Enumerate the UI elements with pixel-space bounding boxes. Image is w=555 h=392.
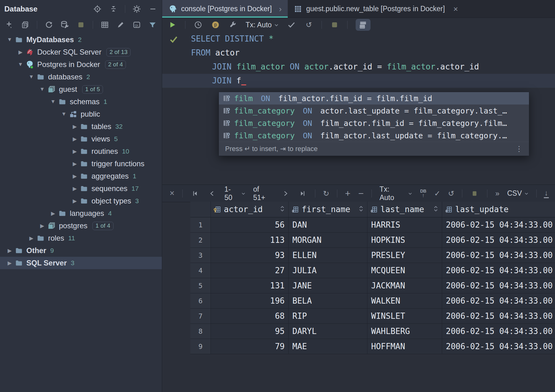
row-number[interactable]: 1 xyxy=(190,217,211,232)
grid-cell-actor_id[interactable]: 27 xyxy=(211,263,289,278)
grid-cell-first_name[interactable]: RIP xyxy=(289,309,367,323)
results-commit-icon[interactable]: ✓ xyxy=(434,190,440,197)
grid-cell-first_name[interactable]: BELA xyxy=(289,293,367,308)
grid-cell-actor_id[interactable]: 68 xyxy=(211,309,289,323)
tree-item-views[interactable]: ▶views5 xyxy=(0,133,162,145)
expand-arrow-icon[interactable]: ▶ xyxy=(70,173,79,180)
row-number[interactable]: 6 xyxy=(190,293,211,308)
reload-page-icon[interactable]: ↻ xyxy=(323,190,329,197)
grid-cell-last_update[interactable]: 2006-02-15 04:34:33.00 xyxy=(442,324,555,339)
grid-corner-cell[interactable] xyxy=(190,202,211,217)
grid-cell-first_name[interactable]: DAN xyxy=(289,217,367,232)
grid-cell-last_name[interactable]: PRESLEY xyxy=(367,248,442,263)
history-icon[interactable] xyxy=(193,20,203,29)
grid-cell-actor_id[interactable]: 113 xyxy=(211,233,289,247)
column-header-first_name[interactable]: first_name xyxy=(289,202,367,217)
completion-item-2[interactable]: film_category ON actor.last_update = fil… xyxy=(219,105,529,117)
sort-icon[interactable] xyxy=(359,205,363,214)
grid-cell-last_name[interactable]: JACKMAN xyxy=(367,278,442,293)
stop-button[interactable] xyxy=(330,20,339,29)
add-icon[interactable] xyxy=(5,20,14,29)
grid-cell-last_update[interactable]: 2006-02-15 04:34:33.00 xyxy=(442,293,555,308)
collapse-arrow-icon[interactable]: ▼ xyxy=(27,74,36,80)
tree-item-sql-server[interactable]: ▶SQL Server3 xyxy=(0,257,162,269)
collapse-arrow-icon[interactable]: ▼ xyxy=(38,86,47,92)
tree-item-databases[interactable]: ▼databases2 xyxy=(0,71,162,83)
completion-item-4[interactable]: film_category ON film_actor.last_update … xyxy=(219,129,529,142)
grid-cell-first_name[interactable]: DARYL xyxy=(289,324,367,339)
grid-cell-actor_id[interactable]: 93 xyxy=(211,248,289,263)
expand-arrow-icon[interactable]: ▶ xyxy=(5,260,14,266)
row-number[interactable]: 4 xyxy=(190,263,211,278)
editor-tab-1[interactable]: console [Postgres in Docker]› xyxy=(162,0,288,18)
expand-arrow-icon[interactable]: ▶ xyxy=(38,223,47,229)
expand-arrow-icon[interactable]: ▶ xyxy=(70,198,79,204)
grid-cell-last_update[interactable]: 2006-02-15 04:34:33.00 xyxy=(442,263,555,278)
grid-cell-last_name[interactable]: WINSLET xyxy=(367,309,442,323)
grid-cell-last_name[interactable]: MCQUEEN xyxy=(367,263,442,278)
grid-cell-first_name[interactable]: JULIA xyxy=(289,263,367,278)
tree-item-roles[interactable]: ▶roles11 xyxy=(0,232,162,244)
kebab-menu-icon[interactable]: ⋮ xyxy=(515,145,523,153)
row-number[interactable]: 5 xyxy=(190,278,211,293)
grid-cell-last_name[interactable]: HOPKINS xyxy=(367,233,442,247)
download-icon[interactable]: ↓ xyxy=(544,189,548,198)
completion-item-3[interactable]: film_category ON film_actor.film_id = fi… xyxy=(219,117,529,129)
tree-item-postgres[interactable]: ▶postgres1 of 4 xyxy=(0,220,162,232)
results-tx-mode-select[interactable]: Tx: Auto xyxy=(380,185,412,202)
grid-cell-last_update[interactable]: 2006-02-15 04:34:33.00 xyxy=(442,339,555,354)
row-number[interactable]: 3 xyxy=(190,248,211,263)
grid-cell-first_name[interactable]: JANE xyxy=(289,278,367,293)
results-rollback-icon[interactable]: ↺ xyxy=(448,190,454,197)
tree-item-sequences[interactable]: ▶sequences17 xyxy=(0,182,162,195)
run-button[interactable] xyxy=(168,20,177,29)
grid-cell-last_update[interactable]: 2006-02-15 04:34:33.00 xyxy=(442,233,555,247)
grid-cell-last_name[interactable]: WALKEN xyxy=(367,293,442,308)
tree-item-trigger-functions[interactable]: ▶trigger functions xyxy=(0,158,162,170)
settings-wrench-icon[interactable] xyxy=(228,20,238,29)
page-range-select[interactable]: 1-50 xyxy=(224,185,246,202)
tree-item-postgres-in-docker[interactable]: ▼Postgres in Docker2 of 4 xyxy=(0,58,162,71)
tree-item-public[interactable]: ▼public xyxy=(0,108,162,120)
grid-cell-last_name[interactable]: HOFFMAN xyxy=(367,339,442,354)
commit-button[interactable] xyxy=(287,20,296,29)
grid-cell-last_update[interactable]: 2006-02-15 04:34:33.00 xyxy=(442,248,555,263)
grid-cell-actor_id[interactable]: 196 xyxy=(211,293,289,308)
tree-item-docker-sql-server[interactable]: ▶Docker SQL Server2 of 13 xyxy=(0,46,162,58)
expand-arrow-icon[interactable]: ▶ xyxy=(16,49,25,56)
grid-cell-actor_id[interactable]: 56 xyxy=(211,217,289,232)
collapse-arrow-icon[interactable]: ▼ xyxy=(16,61,25,68)
tx-mode-select[interactable]: Tx: Auto xyxy=(246,21,279,29)
tree-item-tables[interactable]: ▶tables32 xyxy=(0,120,162,133)
column-header-actor_id[interactable]: actor_id xyxy=(211,202,289,217)
table-view-icon[interactable] xyxy=(100,20,109,29)
grid-cell-last_update[interactable]: 2006-02-15 04:34:33.00 xyxy=(442,217,555,232)
sort-icon[interactable] xyxy=(280,205,285,214)
expand-arrow-icon[interactable]: ▶ xyxy=(70,136,79,142)
expand-arrow-icon[interactable]: ▶ xyxy=(70,185,79,192)
close-results-icon[interactable]: × xyxy=(170,189,175,198)
submit-to-db-icon[interactable]: DB↑ xyxy=(420,189,426,198)
datasource-properties-icon[interactable] xyxy=(60,20,69,29)
sort-icon[interactable] xyxy=(433,205,438,214)
editor-tab-2[interactable]: guest.public.new_table [Postgres in Dock… xyxy=(288,0,464,18)
tree-item-mydatabases[interactable]: ▼MyDatabases2 xyxy=(0,33,162,46)
completion-item-1[interactable]: film ON film_actor.film_id = film.film_i… xyxy=(219,92,529,105)
column-header-last_update[interactable]: last_update xyxy=(442,202,555,217)
row-number[interactable]: 8 xyxy=(190,324,211,339)
tree-item-routines[interactable]: ▶routines10 xyxy=(0,145,162,158)
tree-item-guest[interactable]: ▼guest1 of 5 xyxy=(0,83,162,96)
tree-item-schemas[interactable]: ▼schemas1 xyxy=(0,96,162,108)
next-page-button[interactable] xyxy=(281,189,290,198)
rollback-button[interactable]: ↺ xyxy=(304,20,313,29)
expand-arrow-icon[interactable]: ▶ xyxy=(27,235,36,242)
in-editor-results-toggle[interactable] xyxy=(356,19,371,31)
tree-item-languages[interactable]: ▶languages4 xyxy=(0,207,162,220)
grid-cell-first_name[interactable]: MAE xyxy=(289,339,367,354)
column-header-last_name[interactable]: last_name xyxy=(367,202,442,217)
grid-cell-first_name[interactable]: ELLEN xyxy=(289,248,367,263)
grid-cell-actor_id[interactable]: 79 xyxy=(211,339,289,354)
expand-arrow-icon[interactable]: ▶ xyxy=(70,123,79,130)
tree-item-aggregates[interactable]: ▶aggregates1 xyxy=(0,170,162,182)
query-console-icon[interactable]: QL xyxy=(132,20,141,29)
